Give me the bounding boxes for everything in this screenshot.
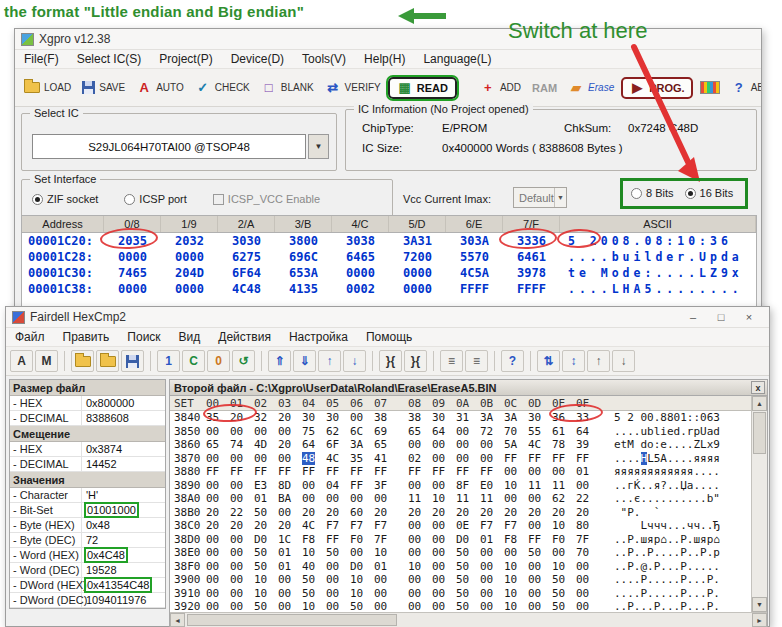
save-icon[interactable] (121, 350, 144, 372)
hex-byte[interactable]: 38 (408, 411, 432, 424)
hex-byte[interactable]: 00 (230, 587, 254, 600)
hex-byte[interactable]: 11 (408, 492, 432, 505)
add-button[interactable]: +ADD (476, 78, 525, 98)
hex-byte[interactable]: 4C (302, 519, 326, 532)
hex-byte[interactable]: 00 (206, 533, 230, 546)
hex-byte[interactable]: 4C (528, 438, 552, 451)
hex-byte[interactable]: 00 (432, 519, 456, 532)
hexcmp-titlebar[interactable]: Fairdell HexCmp2 – □ × (6, 307, 769, 328)
open-file-icon[interactable] (96, 350, 119, 372)
hex-byte[interactable]: 11 (480, 492, 504, 505)
hex-byte[interactable]: 00 (480, 438, 504, 451)
hex-byte[interactable]: 20 (326, 506, 350, 519)
char-view-icon[interactable]: C (182, 350, 205, 372)
xgpro-hex-table[interactable]: Address0/81/92/A3/B4/C5/D6/E7/FASCII0000… (21, 215, 757, 317)
hex-byte[interactable]: 80 (576, 519, 600, 532)
hex-byte[interactable]: 20 (302, 506, 326, 519)
hex-byte[interactable]: 00 (480, 587, 504, 600)
hex-byte[interactable]: 10 (350, 573, 374, 586)
hex-byte[interactable]: 50 (254, 546, 278, 559)
hex-byte[interactable]: D0 (350, 560, 374, 573)
horizontal-scroll-thumb[interactable] (187, 614, 397, 626)
hex-byte[interactable]: 00 (576, 560, 600, 573)
hex-byte[interactable]: 00 (350, 546, 374, 559)
hex-byte[interactable]: 8F (456, 479, 480, 492)
hex-byte[interactable]: 10 (504, 479, 528, 492)
sync-scroll-icon[interactable]: ⇅ (537, 350, 560, 372)
about-button[interactable]: ?ABOUT (727, 78, 761, 98)
hex-byte[interactable]: 5A (504, 438, 528, 451)
hex-byte[interactable]: 10 (254, 573, 278, 586)
hex-byte[interactable]: 10 (504, 573, 528, 586)
maximize-button[interactable]: □ (707, 308, 735, 327)
xgpro-menu-item-4[interactable]: Tools(V) (293, 52, 355, 66)
xgpro-menu-item-3[interactable]: Device(D) (222, 52, 293, 66)
hexcmp-menu-item-5[interactable]: Настройка (280, 330, 357, 344)
hex-byte[interactable]: 00 (230, 492, 254, 505)
hex-byte[interactable]: FF (528, 452, 552, 465)
page-up-icon[interactable]: ↑ (587, 350, 610, 372)
hex-byte[interactable]: 00 (374, 573, 398, 586)
hex-byte[interactable]: 33 (576, 411, 600, 424)
hex-byte[interactable]: 50 (254, 506, 278, 519)
check-button[interactable]: ✓CHECK (191, 78, 254, 98)
hex-byte[interactable]: 00 (504, 546, 528, 559)
hex-byte[interactable]: 00 (374, 587, 398, 600)
hex-byte[interactable]: 00 (480, 452, 504, 465)
hex-byte[interactable]: F8 (504, 533, 528, 546)
hex-byte[interactable]: 3A (480, 411, 504, 424)
hex-byte[interactable]: 50 (302, 587, 326, 600)
hex-byte[interactable]: 00 (230, 425, 254, 438)
hex-byte[interactable]: 30 (302, 411, 326, 424)
hex-byte[interactable]: 00 (480, 600, 504, 612)
hex-byte[interactable]: 00 (552, 546, 576, 559)
compare-mode-icon[interactable]: }{ (404, 350, 427, 372)
hex-byte[interactable]: 10 (408, 560, 432, 573)
scroll-lock-icon[interactable]: ↕ (562, 350, 585, 372)
last-diff-icon[interactable]: ↓ (343, 350, 366, 372)
hex-byte[interactable]: 00 (206, 425, 230, 438)
hex-byte[interactable]: FF (374, 465, 398, 478)
hex-byte[interactable]: 61 (552, 425, 576, 438)
hex-byte[interactable]: FF (230, 465, 254, 478)
hex-byte[interactable]: 00 (432, 587, 456, 600)
hex-byte[interactable]: 50 (456, 573, 480, 586)
hex-byte[interactable]: 00 (432, 600, 456, 612)
hex-byte[interactable]: 00 (408, 573, 432, 586)
hex-byte[interactable]: 72 (480, 425, 504, 438)
hex-byte[interactable]: 01 (576, 465, 600, 478)
close-button[interactable]: × (735, 308, 763, 327)
hex-byte[interactable]: 01 (374, 560, 398, 573)
hexcmp-menu-item-6[interactable]: Помощь (357, 330, 421, 344)
hex-byte[interactable]: 00 (278, 587, 302, 600)
hex-byte[interactable]: 00 (408, 479, 432, 492)
hex-byte[interactable]: F0 (552, 533, 576, 546)
hex-byte[interactable]: FF (504, 452, 528, 465)
hex-byte[interactable]: 50 (456, 587, 480, 600)
hex-byte[interactable]: 3F (374, 479, 398, 492)
hex-byte[interactable]: 01 (480, 533, 504, 546)
hex-byte[interactable]: FF (326, 533, 350, 546)
hex-byte[interactable]: 00 (206, 600, 230, 612)
hexcmp-menu-item-0[interactable]: Файл (6, 330, 54, 344)
hex-byte[interactable]: 00 (302, 479, 326, 492)
hex-byte[interactable]: 00 (206, 560, 230, 573)
hex-byte[interactable]: 00 (230, 533, 254, 546)
ram-button[interactable]: RAM (528, 80, 561, 96)
hex-byte[interactable]: 00 (326, 573, 350, 586)
hex-byte[interactable]: 50 (528, 546, 552, 559)
hex-byte[interactable]: FF (408, 465, 432, 478)
hex-byte[interactable]: 00 (456, 452, 480, 465)
vertical-scrollbar[interactable]: ▲ ▼ (751, 396, 767, 612)
xgpro-menu-item-1[interactable]: Select IC(S) (68, 52, 151, 66)
hex-byte[interactable]: 22 (230, 506, 254, 519)
hex-byte[interactable]: 50 (350, 600, 374, 612)
hex-byte[interactable]: FF (350, 465, 374, 478)
hex-byte[interactable]: 00 (206, 546, 230, 559)
hex-byte[interactable]: 00 (528, 519, 552, 532)
horizontal-scrollbar[interactable]: ◄ ► (170, 612, 767, 627)
hex-byte[interactable]: 70 (576, 546, 600, 559)
first-diff-icon[interactable]: ↑ (318, 350, 341, 372)
hex-byte[interactable]: FF (552, 452, 576, 465)
hex-byte[interactable]: 00 (278, 425, 302, 438)
